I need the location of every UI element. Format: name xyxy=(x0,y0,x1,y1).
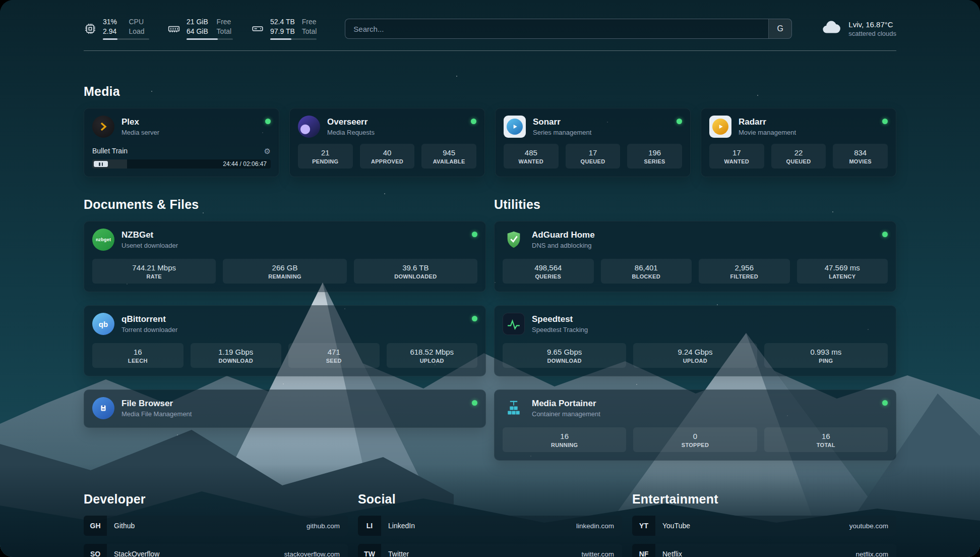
playback-time: 24:44 / 02:06:47 xyxy=(223,160,267,168)
disk-free: 52.4 TB xyxy=(270,18,295,27)
service-card-radarr[interactable]: Radarr Movie management 17WANTED 22QUEUE… xyxy=(701,108,896,177)
status-dot xyxy=(472,316,477,321)
stat-downloaded: 39.6 TBDOWNLOADED xyxy=(354,259,477,284)
stat-filtered: 2,956FILTERED xyxy=(699,259,790,284)
disk-widget: 52.4 TB Free 97.9 TB Total xyxy=(251,18,317,40)
service-name: Plex xyxy=(121,117,159,127)
link-stackoverflow[interactable]: SO StackOverflow stackoverflow.com xyxy=(84,544,348,557)
status-dot xyxy=(882,119,888,124)
gear-icon[interactable]: ⚙ xyxy=(264,147,271,155)
status-dot xyxy=(265,119,271,124)
cloud-icon xyxy=(820,17,841,40)
service-desc: Media server xyxy=(121,129,159,136)
cpu-progress-track xyxy=(103,38,149,40)
netflix-icon: NF xyxy=(632,544,655,557)
service-card-qbittorrent[interactable]: qb qBittorrent Torrent downloader 16LEEC… xyxy=(84,305,486,376)
service-card-overseerr[interactable]: Overseerr Media Requests 21PENDING 40APP… xyxy=(289,108,485,177)
resource-widgets: 31% CPU 2.94 Load xyxy=(84,18,317,40)
weather-condition: scattered clouds xyxy=(848,30,896,37)
status-dot xyxy=(882,232,888,237)
service-card-speedtest[interactable]: Speedtest Speedtest Tracking 9.65 GbpsDO… xyxy=(494,305,896,376)
status-dot xyxy=(472,232,477,237)
service-desc: DNS and adblocking xyxy=(532,242,595,249)
status-dot xyxy=(471,119,476,124)
radarr-icon xyxy=(709,116,731,138)
service-desc: Media File Management xyxy=(121,410,192,418)
twitter-icon: TW xyxy=(358,544,381,557)
cpu-usage: 31% xyxy=(103,18,121,27)
memory-widget: 21 GiB Free 64 GiB Total xyxy=(167,18,233,40)
service-name: Sonarr xyxy=(533,117,591,127)
service-desc: Media Requests xyxy=(327,129,375,136)
github-icon: GH xyxy=(84,516,107,536)
stat-total: 16TOTAL xyxy=(764,427,888,452)
search-input[interactable] xyxy=(345,19,768,38)
section-social: Social LI LinkedIn linkedin.com TW Twitt… xyxy=(358,492,622,557)
plex-now-playing: Bullet Train ⚙ 24:44 / 02:06:47 xyxy=(92,141,271,169)
service-name: Media Portainer xyxy=(532,399,600,409)
cpu-load-label: Load xyxy=(129,27,149,36)
stat-queued: 17QUEUED xyxy=(566,144,621,169)
search-provider-button[interactable]: G xyxy=(768,19,791,38)
link-netflix[interactable]: NF Netflix netflix.com xyxy=(632,544,896,557)
service-desc: Torrent downloader xyxy=(121,326,177,333)
stat-wanted: 485WANTED xyxy=(504,144,559,169)
link-twitter[interactable]: TW Twitter twitter.com xyxy=(358,544,622,557)
memory-progress-track xyxy=(187,38,233,40)
stat-upload: 618.52 MbpsUPLOAD xyxy=(387,343,478,368)
speedtest-icon xyxy=(503,313,525,335)
service-name: qBittorrent xyxy=(121,314,177,324)
stat-pending: 21PENDING xyxy=(298,144,353,169)
pause-button[interactable] xyxy=(94,161,108,167)
memory-icon xyxy=(167,22,180,35)
dashboard-content: 31% CPU 2.94 Load xyxy=(0,0,980,557)
stat-approved: 40APPROVED xyxy=(360,144,415,169)
disk-progress-fill xyxy=(270,38,291,40)
cpu-usage-label: CPU xyxy=(129,18,149,27)
linkedin-icon: LI xyxy=(358,516,381,536)
service-card-filebrowser[interactable]: File Browser Media File Management xyxy=(84,389,486,428)
service-card-portainer[interactable]: Media Portainer Container management 16R… xyxy=(494,389,896,461)
stat-leech: 16LEECH xyxy=(92,343,183,368)
cpu-progress-fill xyxy=(103,38,117,40)
link-github[interactable]: GH Github github.com xyxy=(84,516,348,536)
portainer-icon xyxy=(503,397,525,419)
playback-progress-bar[interactable]: 24:44 / 02:06:47 xyxy=(92,159,271,169)
youtube-icon: YT xyxy=(632,516,655,536)
service-name: Overseerr xyxy=(327,117,375,127)
snow-particles xyxy=(0,0,1,1)
service-name: Speedtest xyxy=(532,314,588,324)
memory-free-label: Free xyxy=(217,18,233,27)
service-desc: Speedtest Tracking xyxy=(532,326,588,333)
documents-section-title: Documents & Files xyxy=(84,197,486,212)
dashboard: 31% CPU 2.94 Load xyxy=(0,0,980,557)
now-playing-title: Bullet Train xyxy=(92,147,128,155)
search-bar: G xyxy=(345,19,792,39)
stat-stopped: 0STOPPED xyxy=(633,427,757,452)
memory-total: 64 GiB xyxy=(187,27,210,36)
qbittorrent-icon: qb xyxy=(92,313,114,335)
disk-total-label: Total xyxy=(302,27,317,36)
stat-wanted: 17WANTED xyxy=(709,144,764,169)
overseerr-icon xyxy=(298,116,320,138)
weather-location: Lviv, 16.87°C xyxy=(848,20,896,29)
service-card-adguard[interactable]: AdGuard Home DNS and adblocking 498,564Q… xyxy=(494,221,896,292)
entertainment-section-title: Entertainment xyxy=(632,492,896,507)
utilities-section-title: Utilities xyxy=(494,197,896,212)
stat-upload: 9.24 GbpsUPLOAD xyxy=(633,343,757,368)
service-desc: Usenet downloader xyxy=(121,242,178,249)
stat-download: 9.65 GbpsDOWNLOAD xyxy=(503,343,626,368)
adguard-icon xyxy=(503,229,525,251)
social-section-title: Social xyxy=(358,492,622,507)
stat-rate: 744.21 MbpsRATE xyxy=(92,259,216,284)
service-card-plex[interactable]: Plex Media server Bullet Train ⚙ xyxy=(84,108,279,177)
link-linkedin[interactable]: LI LinkedIn linkedin.com xyxy=(358,516,622,536)
link-youtube[interactable]: YT YouTube youtube.com xyxy=(632,516,896,536)
service-card-nzbget[interactable]: nzbget NZBGet Usenet downloader 744.21 M… xyxy=(84,221,486,292)
service-card-sonarr[interactable]: Sonarr Series management 485WANTED 17QUE… xyxy=(495,108,691,177)
cpu-icon xyxy=(84,22,97,35)
section-documents: Documents & Files nzbget NZBGet Usenet d… xyxy=(84,197,486,461)
stat-blocked: 86,401BLOCKED xyxy=(601,259,692,284)
media-section-title: Media xyxy=(84,84,896,99)
stat-available: 945AVAILABLE xyxy=(421,144,476,169)
